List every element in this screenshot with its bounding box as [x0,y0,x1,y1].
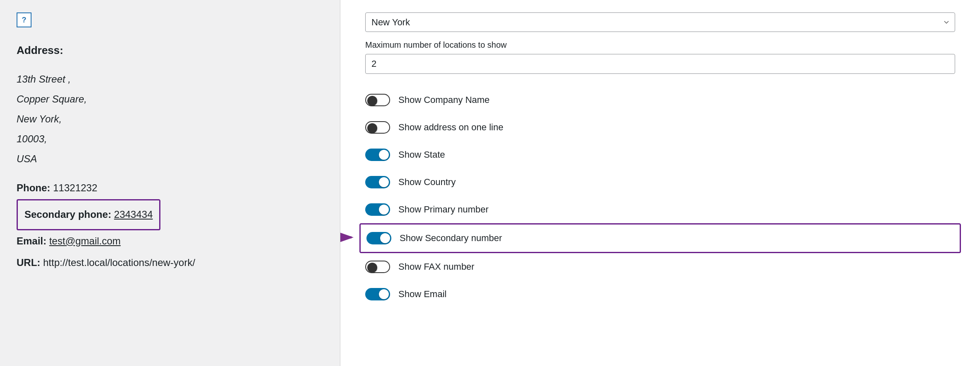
toggle-show-company-name[interactable] [365,94,390,106]
phone-line: Phone: 11321232 [17,177,323,199]
secondary-phone-value: 2343434 [114,209,153,220]
preview-panel: ? Address: 13th Street , Copper Square, … [0,0,340,366]
secondary-phone-line: Secondary phone: 2343434 [17,199,323,230]
address-lines: 13th Street , Copper Square, New York, 1… [17,69,323,169]
toggle-row-show-address-one-line: Show address on one line [365,114,955,141]
toggle-row-show-fax-number: Show FAX number [365,253,955,281]
toggle-row-show-country: Show Country [365,168,955,196]
help-icon[interactable]: ? [17,12,32,27]
toggle-row-show-email: Show Email [365,281,955,308]
toggle-show-address-one-line[interactable] [365,121,390,134]
secondary-phone-label: Secondary phone: [24,209,111,220]
toggle-show-primary-number[interactable] [365,203,390,216]
email-line: Email: test@gmail.com [17,230,323,252]
toggle-label-show-address-one-line: Show address on one line [398,122,503,133]
toggle-label-show-secondary-number: Show Secondary number [400,233,502,244]
toggle-row-show-state: Show State [365,141,955,168]
address-line-3: New York, [17,109,323,129]
toggle-show-state[interactable] [365,149,390,161]
state-dropdown[interactable]: New York [365,12,955,32]
address-line-2: Copper Square, [17,89,323,109]
max-locations-label: Maximum number of locations to show [365,40,955,50]
toggle-label-show-country: Show Country [398,177,456,188]
url-label: URL: [17,257,40,268]
email-label: Email: [17,235,46,246]
toggle-label-show-fax-number: Show FAX number [398,261,474,272]
toggle-row-show-primary-number: Show Primary number [365,196,955,223]
arrow-indicator [340,227,357,249]
address-label: Address: [17,44,323,57]
toggle-show-email[interactable] [365,288,390,300]
toggle-show-fax-number[interactable] [365,261,390,273]
info-lines: Phone: 11321232 Secondary phone: 2343434… [17,177,323,274]
toggle-show-secondary-number[interactable] [366,232,391,244]
toggle-label-show-company-name: Show Company Name [398,95,490,105]
state-dropdown-row: New York [365,0,955,40]
email-value: test@gmail.com [49,235,121,246]
toggle-row-show-company-name: Show Company Name [365,86,955,114]
address-line-5: USA [17,149,323,169]
phone-value: 11321232 [53,182,97,193]
phone-label: Phone: [17,182,50,193]
toggle-label-show-primary-number: Show Primary number [398,204,489,215]
address-line-1: 13th Street , [17,69,323,89]
url-value: http://test.local/locations/new-york/ [43,257,195,268]
max-locations-input[interactable] [365,54,955,74]
toggles-container: Show Company NameShow address on one lin… [365,86,955,308]
address-line-4: 10003, [17,129,323,149]
toggle-row-show-secondary-number: Show Secondary number [359,223,961,253]
toggle-label-show-state: Show State [398,149,445,160]
toggle-label-show-email: Show Email [398,289,446,300]
toggle-show-country[interactable] [365,176,390,188]
url-line: URL: http://test.local/locations/new-yor… [17,252,323,274]
secondary-phone-block: Secondary phone: 2343434 [17,199,160,230]
settings-panel: New York Maximum number of locations to … [340,0,980,366]
max-locations-row: Maximum number of locations to show [365,40,955,74]
